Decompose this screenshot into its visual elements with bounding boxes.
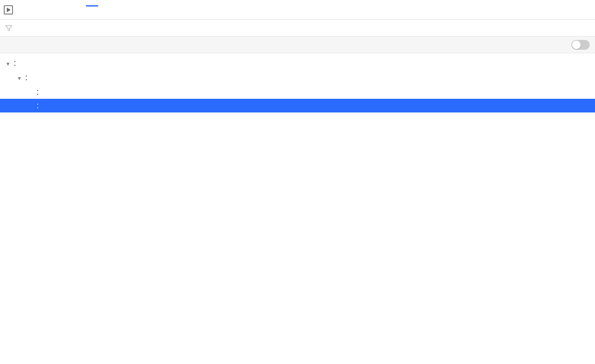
json-tree (0, 53, 595, 120)
tab-cookie[interactable] (43, 5, 56, 14)
json-section-header (0, 36, 595, 53)
tree-row-index-0[interactable] (0, 71, 595, 85)
json-index (37, 99, 41, 112)
json-index (37, 85, 41, 99)
raw-toggle-wrap (568, 40, 590, 50)
tree-row-leaf-selected[interactable] (0, 99, 595, 112)
filter-input[interactable] (15, 24, 590, 32)
json-key (14, 56, 18, 70)
raw-toggle[interactable] (571, 40, 590, 50)
tab-stack[interactable] (129, 5, 141, 14)
devtools-tabbar (0, 0, 595, 20)
tab-headers[interactable] (22, 5, 34, 14)
filter-icon (5, 25, 12, 32)
chevron-down-icon (5, 57, 11, 71)
tab-timing[interactable] (107, 5, 119, 14)
tree-row-expanded-key[interactable] (0, 56, 595, 71)
filter-row (0, 20, 595, 36)
resend-icon[interactable] (4, 5, 13, 14)
tab-request[interactable] (65, 5, 77, 14)
tab-response[interactable] (86, 5, 98, 14)
chevron-down-icon (17, 71, 23, 85)
tree-row-leaf[interactable] (0, 85, 595, 99)
json-index (25, 71, 30, 84)
